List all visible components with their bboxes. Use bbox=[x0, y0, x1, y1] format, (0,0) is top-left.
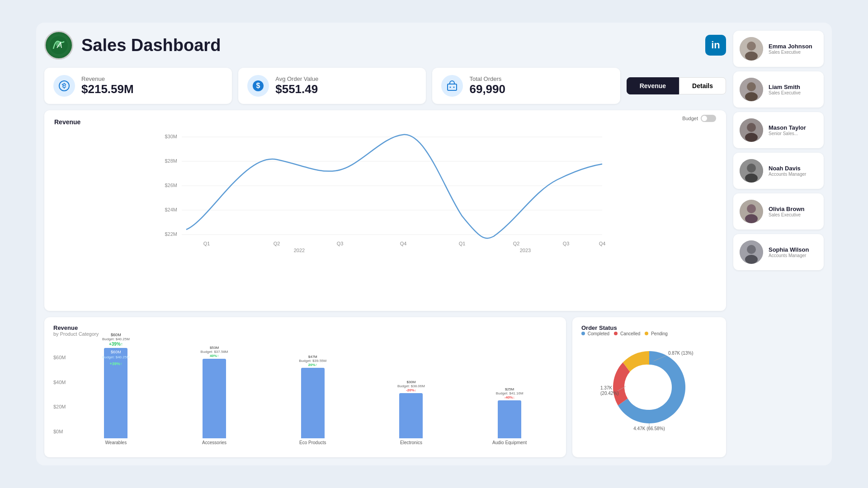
person-name-mason: Mason Taylor bbox=[769, 124, 806, 131]
avg-order-value: $551.49 bbox=[275, 82, 318, 96]
svg-point-49 bbox=[747, 204, 756, 213]
person-role-noah: Accounts Manager bbox=[769, 172, 806, 177]
total-orders-value: 69,990 bbox=[469, 82, 505, 96]
revenue-toggle: Revenue Details bbox=[627, 68, 726, 104]
donut-container: 0.87K (13%) 1.37K (20.42%) 4.47K (66.58%… bbox=[581, 340, 717, 430]
person-card-olivia[interactable]: Olivia Brown Sales Executive bbox=[733, 193, 824, 230]
legend-dot-completed bbox=[581, 332, 585, 335]
revenue-toggle-details[interactable]: Details bbox=[679, 77, 726, 94]
svg-text:$: $ bbox=[256, 82, 260, 89]
person-card-noah[interactable]: Noah Davis Accounts Manager bbox=[733, 153, 824, 189]
bar-chart-section: Revenue by Product Category $60M $40M $2… bbox=[44, 317, 566, 457]
total-orders-label: Total Orders bbox=[469, 75, 505, 82]
svg-text:$28M: $28M bbox=[165, 158, 177, 164]
svg-text:2023: 2023 bbox=[520, 248, 531, 252]
bar-rect-wearables: $60M Budget: $40.25M +39%↑ bbox=[104, 348, 127, 438]
line-chart-svg: $30M $28M $26M $24M $22M Q1 Q2 bbox=[54, 130, 716, 252]
legend-cancelled: Cancelled bbox=[614, 331, 640, 336]
bar-groups: $60M Budget: $40.25M +39%↑ $60M Budget: … bbox=[69, 355, 557, 445]
revenue-toggle-revenue[interactable]: Revenue bbox=[627, 77, 679, 94]
bar-group-accessories: $53M Budget: $37.58M 40%↑ Accessories bbox=[167, 346, 262, 445]
bar-rect-eco bbox=[301, 368, 325, 438]
person-card-mason[interactable]: Mason Taylor Senior Sales... bbox=[733, 112, 824, 148]
svg-text:Q3: Q3 bbox=[337, 241, 344, 246]
revenue-kpi-card: Revenue $215.59M bbox=[44, 68, 232, 104]
svg-point-37 bbox=[747, 42, 756, 51]
person-name-emma: Emma Johnson bbox=[769, 43, 812, 50]
svg-point-40 bbox=[747, 82, 756, 91]
bar-cat-electronics: Electronics bbox=[400, 440, 422, 445]
revenue-icon bbox=[53, 75, 75, 97]
avatar-noah bbox=[740, 159, 763, 183]
person-card-liam[interactable]: Liam Smith Sales Executive bbox=[733, 71, 824, 108]
svg-text:(20.42%): (20.42%) bbox=[600, 391, 619, 396]
svg-text:$30M: $30M bbox=[165, 134, 177, 139]
svg-point-6 bbox=[450, 87, 451, 88]
bar-cat-accessories: Accessories bbox=[202, 440, 226, 445]
svg-text:Q4: Q4 bbox=[400, 241, 407, 246]
svg-text:1.37K: 1.37K bbox=[600, 385, 612, 390]
svg-point-44 bbox=[745, 133, 758, 142]
bar-y-label-20m: $20M bbox=[53, 404, 66, 409]
svg-point-7 bbox=[453, 87, 455, 88]
donut-legend: Completed Cancelled Pending bbox=[581, 331, 717, 336]
svg-text:$26M: $26M bbox=[165, 183, 177, 188]
svg-point-46 bbox=[747, 164, 756, 173]
page-title: Sales Dashboard bbox=[81, 36, 221, 55]
svg-text:$24M: $24M bbox=[165, 207, 177, 212]
bottom-row: Revenue by Product Category $60M $40M $2… bbox=[44, 317, 726, 457]
svg-text:0.87K (13%): 0.87K (13%) bbox=[668, 351, 693, 356]
bar-cat-audio: Audio Equipment bbox=[492, 440, 527, 445]
bar-y-label-40m: $40M bbox=[53, 380, 66, 385]
person-name-noah: Noah Davis bbox=[769, 165, 806, 172]
avatar-emma bbox=[740, 37, 763, 61]
bar-rect-accessories bbox=[203, 359, 226, 438]
svg-point-52 bbox=[747, 245, 756, 254]
budget-toggle: Budget bbox=[682, 115, 716, 122]
svg-point-43 bbox=[747, 123, 756, 132]
donut-section: Order Status Completed Cancelled Pending bbox=[572, 317, 726, 457]
legend-completed: Completed bbox=[581, 331, 609, 336]
bar-cat-eco: Eco Products bbox=[299, 440, 326, 445]
svg-point-50 bbox=[745, 214, 758, 223]
bar-group-wearables: $60M Budget: $40.25M +39%↑ $60M Budget: … bbox=[69, 333, 164, 445]
avatar-liam bbox=[740, 78, 763, 101]
bar-y-label-60m: $60M bbox=[53, 355, 66, 360]
header: Sales Dashboard in bbox=[44, 31, 726, 61]
svg-text:$22M: $22M bbox=[165, 231, 177, 237]
person-role-liam: Sales Executive bbox=[769, 90, 801, 95]
svg-rect-5 bbox=[448, 84, 457, 90]
person-card-emma[interactable]: Emma Johnson Sales Executive bbox=[733, 31, 824, 67]
svg-point-47 bbox=[745, 174, 758, 183]
bar-group-eco: $47M Budget: $39.55M 20%↑ Eco Products bbox=[265, 355, 360, 445]
bar-y-label-0m: $0M bbox=[53, 429, 66, 434]
kpi-row: Revenue $215.59M $ Avg Order Value $551.… bbox=[44, 68, 726, 104]
donut-title: Order Status bbox=[581, 324, 717, 331]
avatar-mason bbox=[740, 118, 763, 142]
svg-point-41 bbox=[745, 92, 758, 101]
bar-pct-wearables: +39%↑ bbox=[102, 342, 130, 347]
svg-text:Q1: Q1 bbox=[203, 241, 210, 246]
avatar-olivia bbox=[740, 200, 763, 223]
person-card-sophia[interactable]: Sophia Wilson Accounts Manager bbox=[733, 234, 824, 270]
svg-text:Q2: Q2 bbox=[274, 241, 280, 246]
budget-switch[interactable] bbox=[701, 115, 716, 122]
avg-order-icon: $ bbox=[247, 75, 269, 97]
bar-val-wearables: $60M bbox=[102, 333, 130, 338]
person-role-emma: Sales Executive bbox=[769, 50, 812, 55]
svg-point-38 bbox=[745, 52, 758, 61]
total-orders-kpi-card: Total Orders 69,990 bbox=[432, 68, 620, 104]
donut-svg: 0.87K (13%) 1.37K (20.42%) 4.47K (66.58%… bbox=[599, 338, 699, 432]
linkedin-icon[interactable]: in bbox=[705, 35, 726, 56]
logo bbox=[44, 31, 73, 60]
person-role-sophia: Accounts Manager bbox=[769, 253, 809, 258]
legend-dot-pending bbox=[645, 332, 648, 335]
dashboard-wrapper: Sales Dashboard in Revenue $215.59M bbox=[36, 23, 832, 465]
avg-order-kpi-card: $ Avg Order Value $551.49 bbox=[238, 68, 426, 104]
legend-dot-cancelled bbox=[614, 332, 618, 335]
main-content: Sales Dashboard in Revenue $215.59M bbox=[44, 31, 726, 457]
avatar-sophia bbox=[740, 240, 763, 264]
revenue-value: $215.59M bbox=[81, 82, 134, 96]
revenue-label: Revenue bbox=[81, 75, 134, 82]
person-name-olivia: Olivia Brown bbox=[769, 206, 804, 212]
